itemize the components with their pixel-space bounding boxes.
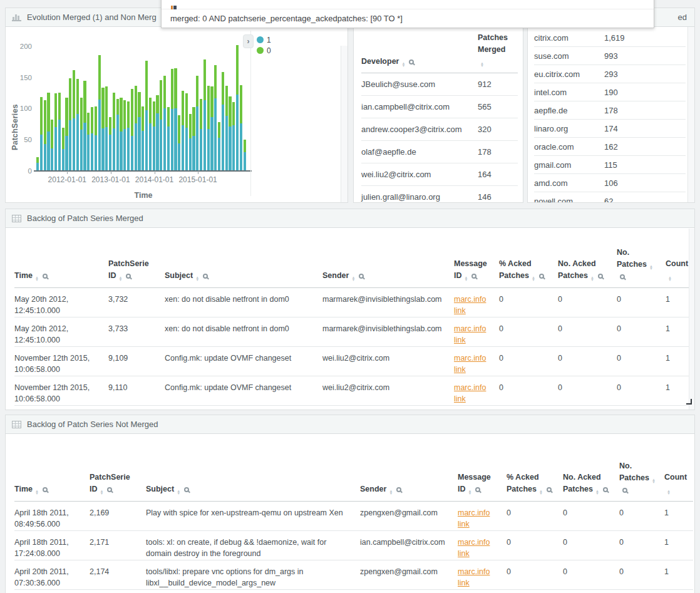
sort-icon[interactable]: ▲▼ [35,490,39,495]
column-header-time[interactable]: Time▲▼ [14,483,90,495]
panel-scrollbar-track[interactable] [341,46,347,202]
legend-item[interactable]: 1 [257,34,271,45]
search-icon[interactable] [475,487,480,492]
column-header-developer[interactable]: Developer▲▼ [361,55,478,67]
search-icon[interactable] [409,59,414,64]
search-icon[interactable] [598,274,603,279]
sort-icon[interactable]: ▲▼ [351,276,355,281]
search-icon[interactable] [107,487,112,492]
domain-count: 62 [604,197,686,204]
sort-icon[interactable]: ▲▼ [195,276,199,281]
sort-icon[interactable]: ▲▼ [668,276,672,281]
cell-subject: Config.mk: update OVMF changeset [165,376,322,393]
cell-no-patches: 0 [617,288,666,305]
developer-email: wei.liu2@citrix.com [361,167,478,182]
chart-plot[interactable] [36,40,249,171]
column-header-message-id[interactable]: Message ID▲▼ [458,471,507,495]
panel-scrollbar-track[interactable] [689,229,694,410]
column-header-subject[interactable]: Subject▲▼ [165,269,322,281]
legend-color-dot [257,47,264,54]
search-icon[interactable] [396,487,401,492]
cell-count: 1 [664,560,693,577]
column-header-count[interactable]: Count▲▼ [664,471,693,495]
x-axis-title: Time [6,191,281,200]
marc-info-link[interactable]: marc.infolink [458,567,490,587]
search-icon[interactable] [547,487,552,492]
column-header-subject[interactable]: Subject▲▼ [146,483,360,495]
sort-icon[interactable]: ▲▼ [389,490,393,495]
sort-icon[interactable]: ▲▼ [177,490,180,495]
search-icon[interactable] [539,274,544,279]
search-icon[interactable] [43,274,48,279]
legend-collapse-chevron-icon[interactable]: › [243,34,254,48]
domain-row: gmail.com 115 [534,156,686,174]
search-icon[interactable] [43,487,48,492]
domain-count: 115 [604,160,686,170]
cell-message-id: marc.infolink [454,376,499,405]
domain-name: intel.com [534,88,604,97]
cell-pct-acked: 0 [507,531,563,548]
marc-info-link[interactable]: marc.infolink [454,295,486,315]
cell-sender: wei.liu2@citrix.com [322,347,454,364]
sort-icon[interactable]: ▲▼ [667,490,671,495]
cell-pct-acked: 0 [499,347,558,364]
sort-icon[interactable]: ▲▼ [480,62,484,67]
sort-icon[interactable]: ▲▼ [590,276,594,281]
sort-icon[interactable]: ▲▼ [652,478,656,483]
column-header-pct-acked[interactable]: % Acked Patches▲▼ [499,257,558,281]
column-header-patchserie-id[interactable]: PatchSerie ID▲▼ [108,257,165,281]
sort-icon[interactable]: ▲▼ [100,490,104,495]
domain-name: oracle.com [534,142,604,152]
cell-count: 1 [664,590,693,593]
panel-scrollbar-track[interactable] [687,27,694,202]
domain-name: linaro.org [534,124,604,133]
cell-patchserie-id: 2,174 [90,560,146,577]
search-icon[interactable] [622,488,627,493]
marc-info-link[interactable]: marc.infolink [454,383,486,403]
sort-icon[interactable]: ▲▼ [649,265,653,270]
sort-icon[interactable]: ▲▼ [401,62,405,67]
column-header-no-acked[interactable]: No. Acked Patches▲▼ [563,471,619,495]
cell-no-acked: 0 [563,560,619,577]
search-icon[interactable] [603,487,608,492]
developer-row: JBeulich@suse.com 912 [361,73,518,96]
developer-email: olaf@aepfle.de [361,145,478,159]
column-header-pct-acked[interactable]: % Acked Patches▲▼ [507,471,563,495]
sort-icon[interactable]: ▲▼ [539,490,543,495]
sort-icon[interactable]: ▲▼ [468,490,472,495]
sort-icon[interactable]: ▲▼ [595,490,599,495]
column-header-sender[interactable]: Sender▲▼ [322,269,454,281]
column-header-time[interactable]: Time▲▼ [14,269,108,281]
marc-info-link[interactable]: marc.infolink [458,508,490,529]
sort-icon[interactable]: ▲▼ [465,276,468,281]
legend-color-dot [257,36,264,43]
column-header-message-id[interactable]: Message ID▲▼ [454,257,499,281]
search-icon[interactable] [471,274,476,279]
domain-count: 190 [604,88,686,97]
column-header-sender[interactable]: Sender▲▼ [360,483,458,495]
marc-info-link[interactable]: marc.infolink [454,354,486,374]
cell-no-acked: 0 [558,406,617,410]
search-icon[interactable] [126,274,131,279]
column-header-patchserie-id[interactable]: PatchSerie ID▲▼ [90,471,146,495]
marc-info-link[interactable]: marc.infolink [454,324,486,344]
search-icon[interactable] [184,487,189,492]
marc-info-link[interactable]: marc.infolink [458,538,490,558]
sort-icon[interactable]: ▲▼ [35,276,39,281]
search-icon[interactable] [203,274,208,279]
column-header-no-patches[interactable]: No. Patches▲▼ [617,246,666,281]
legend-item[interactable]: 0 [257,45,271,56]
cell-subject: xen: do not disable netfront in dom0 [165,288,322,305]
sort-icon[interactable]: ▲▼ [119,276,123,281]
search-icon[interactable] [620,274,625,279]
sort-icon[interactable]: ▲▼ [532,276,535,281]
search-icon[interactable] [359,274,364,279]
bar-chart-icon [12,14,21,21]
column-header-patches-merged[interactable]: Patches Merged▲▼ [478,31,518,67]
column-header-no-patches[interactable]: No. Patches▲▼ [619,460,664,495]
domain-name: eu.citrix.com [534,70,604,79]
column-header-no-acked[interactable]: No. Acked Patches▲▼ [558,257,617,281]
panel-evolution-chart: Evolution Merged (1) and Non Merg PatchS… [5,8,348,203]
table-row: April 18th 2011, 2,170 tools: hvmloader:… [14,406,693,410]
panel-resize-handle[interactable] [686,399,692,405]
